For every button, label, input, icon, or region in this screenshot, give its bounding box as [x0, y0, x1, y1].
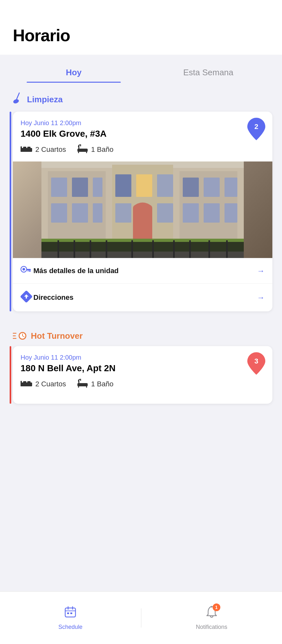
hot-turnover-card-date: Hoy Junio 11 2:00pm [21, 354, 265, 361]
hot-turnover-bedrooms: 2 Cuartos [21, 379, 66, 389]
hot-turnover-card-details: 2 Cuartos 1 Baño [21, 379, 265, 390]
notifications-icon: 1 [206, 605, 218, 621]
bath-icon [77, 144, 88, 155]
tab-hoy[interactable]: Hoy [6, 61, 141, 83]
svg-rect-62 [21, 381, 22, 386]
svg-point-1 [13, 98, 20, 104]
svg-rect-24 [157, 174, 173, 197]
svg-rect-35 [41, 242, 244, 258]
schedule-label: Schedule [58, 624, 83, 630]
svg-rect-40 [131, 240, 133, 258]
svg-rect-49 [29, 270, 31, 272]
svg-rect-23 [136, 174, 152, 197]
svg-rect-36 [57, 240, 59, 258]
limpieza-card-actions: Más detalles de la unidad → Direcciones … [13, 258, 272, 311]
svg-rect-25 [115, 203, 131, 223]
limpieza-bedrooms-label: 2 Cuartos [35, 145, 66, 154]
limpieza-card-date: Hoy Junio 11 2:00pm [21, 119, 265, 127]
tabs-container: Hoy Esta Semana [0, 55, 282, 83]
svg-rect-29 [204, 178, 220, 197]
directions-row[interactable]: Direcciones → [13, 284, 272, 311]
hot-turnover-bathrooms: 1 Baño [77, 379, 113, 390]
svg-rect-19 [51, 203, 67, 223]
svg-rect-6 [27, 147, 31, 149]
page-title: Horario [13, 26, 269, 45]
hot-turnover-card-wrapper: 3 Hoy Junio 11 2:00pm 180 N Bell Ave, Ap… [0, 346, 282, 413]
svg-rect-73 [67, 612, 69, 614]
svg-rect-64 [27, 381, 31, 384]
svg-rect-8 [78, 152, 79, 153]
property-image [13, 161, 272, 258]
svg-rect-66 [78, 386, 79, 388]
nav-notifications[interactable]: 1 Notifications [141, 602, 282, 634]
svg-rect-18 [93, 178, 102, 197]
svg-rect-67 [86, 386, 87, 388]
svg-rect-33 [225, 203, 237, 223]
bed-icon-2 [21, 379, 32, 389]
nav-schedule[interactable]: Schedule [0, 602, 141, 634]
svg-rect-37 [74, 240, 75, 258]
svg-rect-74 [70, 612, 72, 614]
svg-rect-42 [173, 240, 175, 258]
svg-rect-50 [28, 270, 29, 271]
svg-rect-63 [23, 381, 26, 384]
svg-rect-43 [189, 240, 191, 258]
unit-details-label: Más detalles de la unidad [33, 267, 257, 275]
svg-rect-44 [208, 240, 210, 258]
svg-rect-21 [93, 203, 102, 223]
limpieza-card: 2 Hoy Junio 11 2:00pm 1400 Elk Grove, #3… [13, 112, 272, 311]
svg-rect-4 [21, 146, 22, 152]
svg-rect-48 [26, 269, 31, 270]
hot-turnover-card-content: 3 Hoy Junio 11 2:00pm 180 N Bell Ave, Ap… [13, 346, 272, 404]
notifications-label: Notifications [196, 624, 227, 630]
hot-turnover-icon [13, 331, 27, 341]
svg-rect-38 [90, 240, 91, 258]
hot-turnover-card: 3 Hoy Junio 11 2:00pm 180 N Bell Ave, Ap… [13, 346, 272, 404]
svg-point-47 [22, 268, 25, 271]
svg-rect-28 [183, 178, 199, 197]
broom-icon [13, 92, 23, 106]
schedule-icon [64, 605, 77, 621]
hot-turnover-title: Hot Turnover [31, 331, 83, 341]
svg-text:2: 2 [254, 123, 258, 131]
hot-turnover-map-badge: 3 [247, 353, 266, 374]
limpieza-bathrooms: 1 Baño [77, 144, 113, 155]
svg-rect-69 [65, 608, 75, 617]
tab-esta-semana[interactable]: Esta Semana [141, 61, 276, 83]
limpieza-bedrooms: 2 Cuartos [21, 145, 66, 154]
svg-rect-22 [115, 174, 131, 197]
unit-details-arrow: → [257, 266, 265, 275]
notification-badge: 1 [213, 603, 220, 611]
hot-turnover-bathrooms-label: 1 Baño [91, 380, 113, 388]
directions-label: Direcciones [33, 293, 257, 302]
hot-turnover-card-address: 180 N Bell Ave, Apt 2N [21, 363, 265, 373]
header-area: Horario [0, 0, 282, 55]
limpieza-title: Limpieza [27, 95, 63, 105]
svg-rect-20 [72, 203, 88, 223]
limpieza-bathrooms-label: 1 Baño [91, 145, 113, 154]
main-content: Horario Hoy Esta Semana Limpieza [0, 0, 282, 466]
hot-turnover-left-bar [10, 346, 11, 404]
limpieza-section-header: Limpieza [0, 83, 282, 112]
bed-icon [21, 145, 32, 154]
hot-turnover-header: Hot Turnover [0, 321, 282, 346]
bottom-nav: Schedule 1 Notifications [0, 591, 282, 644]
svg-text:3: 3 [254, 357, 258, 365]
unit-details-row[interactable]: Más detalles de la unidad → [13, 258, 272, 284]
key-icon [21, 265, 33, 276]
svg-rect-17 [72, 178, 88, 197]
svg-rect-31 [183, 203, 199, 223]
limpieza-card-details: 2 Cuartos 1 Baño [21, 144, 265, 155]
directions-icon [21, 291, 33, 304]
svg-rect-39 [106, 240, 107, 258]
bath-icon-2 [77, 379, 88, 390]
svg-rect-5 [23, 147, 26, 149]
hot-turnover-bedrooms-label: 2 Cuartos [35, 380, 66, 388]
svg-rect-26 [157, 203, 173, 223]
svg-rect-32 [204, 203, 220, 223]
svg-rect-27 [133, 207, 152, 242]
limpieza-card-wrapper: 2 Hoy Junio 11 2:00pm 1400 Elk Grove, #3… [0, 112, 282, 321]
svg-rect-41 [152, 240, 154, 258]
svg-rect-45 [226, 240, 228, 258]
limpieza-card-content: 2 Hoy Junio 11 2:00pm 1400 Elk Grove, #3… [13, 112, 272, 155]
